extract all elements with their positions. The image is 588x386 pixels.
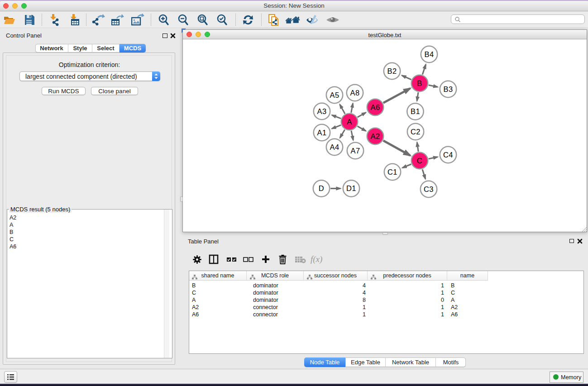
svg-text:A2: A2: [371, 132, 380, 140]
svg-text:A3: A3: [317, 107, 327, 115]
svg-text:C: C: [417, 157, 422, 165]
svg-text:A: A: [347, 118, 352, 126]
svg-text:C3: C3: [424, 185, 434, 193]
svg-text:A5: A5: [330, 91, 339, 99]
svg-text:B2: B2: [387, 67, 397, 75]
svg-text:A8: A8: [350, 89, 360, 97]
svg-text:A7: A7: [351, 147, 360, 155]
svg-text:C1: C1: [387, 168, 397, 176]
svg-text:A4: A4: [330, 143, 339, 151]
svg-text:B1: B1: [411, 107, 420, 115]
svg-text:D1: D1: [346, 184, 356, 192]
svg-text:D: D: [319, 184, 324, 192]
svg-text:B: B: [417, 79, 422, 87]
svg-text:C2: C2: [411, 128, 421, 136]
svg-text:A6: A6: [371, 103, 380, 111]
svg-text:B3: B3: [444, 85, 453, 93]
svg-text:B4: B4: [425, 50, 434, 58]
svg-text:A1: A1: [317, 129, 327, 137]
svg-text:C4: C4: [443, 151, 453, 159]
